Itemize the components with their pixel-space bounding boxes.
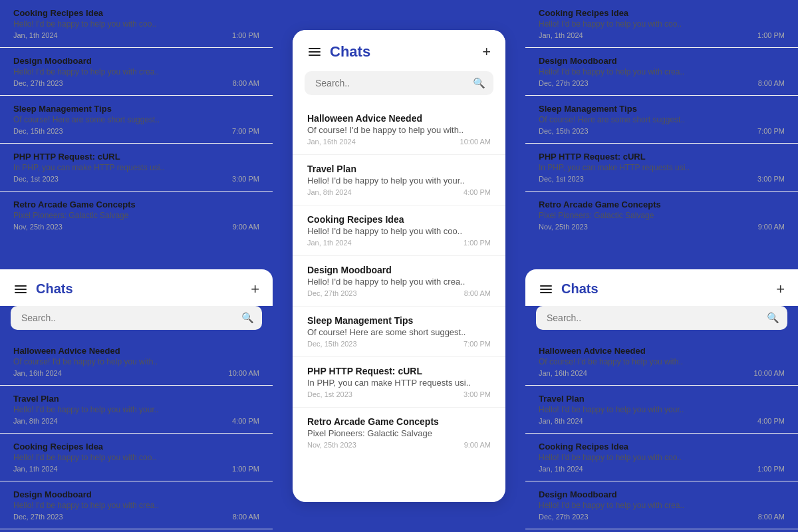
chat-item[interactable]: Sleep Management Tips Of course! Here ar… (293, 307, 505, 357)
chat-date: Dec, 27th 2023 (307, 289, 357, 297)
chat-date: Dec, 27th 2023 (539, 79, 589, 87)
chat-item[interactable]: Cooking Recipes Idea Hello! I'd be happy… (0, 0, 273, 48)
chat-preview: In PHP, you can make HTTP requests usi.. (13, 163, 259, 172)
chat-item[interactable]: Halloween Advice Needed Of course! I'd b… (293, 104, 505, 155)
chat-time: 8:00 AM (758, 79, 785, 87)
chat-name: Cooking Recipes Idea (13, 8, 103, 18)
chat-item[interactable]: Retro Arcade Game Concepts Pixel Pioneer… (525, 192, 798, 239)
panel-left-top: Cooking Recipes Idea Hello! I'd be happy… (0, 0, 273, 263)
chat-list-left-top: Cooking Recipes Idea Hello! I'd be happy… (0, 0, 273, 263)
chat-item[interactable]: Design Moodboard Hello! I'd be happy to … (525, 481, 798, 529)
menu-icon-center[interactable] (307, 47, 322, 57)
chat-date: Jan, 8th 2024 (539, 417, 583, 425)
chat-item[interactable]: Sleep Management Tips Of course! Here ar… (525, 96, 798, 144)
chat-time: 8:00 AM (464, 289, 491, 297)
chat-name: Sleep Management Tips (13, 104, 112, 114)
chat-date: Dec, 1st 2023 (13, 175, 59, 183)
menu-icon-lb[interactable] (13, 284, 28, 295)
menu-icon-rb[interactable] (539, 284, 553, 295)
chat-time: 10:00 AM (229, 369, 259, 377)
chat-preview: Pixel Pioneers: Galactic Salvage (13, 211, 259, 220)
chat-item[interactable]: PHP HTTP Request: cURL In PHP, you can m… (293, 357, 505, 408)
chat-date: Jan, 8th 2024 (307, 188, 352, 196)
add-btn-center[interactable]: + (482, 45, 491, 59)
chat-item[interactable]: Cooking Recipes Idea Hello! I'd be happy… (525, 0, 798, 48)
title-lb: Chats (36, 281, 73, 297)
chat-time: 8:00 AM (233, 79, 259, 87)
panel-center: Chats + 🔍 Halloween Advice Needed Of cou… (293, 30, 505, 502)
chat-item[interactable]: Retro Arcade Game Concepts Pixel Pioneer… (0, 192, 273, 239)
chat-name: Sleep Management Tips (539, 104, 637, 114)
chat-item[interactable]: Retro Arcade Game Concepts Pixel Pioneer… (293, 408, 505, 458)
chat-date: Nov, 25th 2023 (307, 441, 356, 449)
chat-item[interactable]: Design Moodboard Hello! I'd be happy to … (0, 48, 273, 96)
chat-date: Jan, 16th 2024 (539, 369, 587, 377)
chat-list-rb: Halloween Advice Needed Of course! I'd b… (525, 338, 798, 532)
chat-item[interactable]: Cooking Recipes Idea Hello! I'd be happy… (0, 434, 273, 481)
chat-time: 1:00 PM (464, 239, 491, 247)
chat-time: 9:00 AM (758, 223, 785, 231)
chat-date: Jan, 8th 2024 (13, 417, 58, 425)
chat-preview: Of course! I'd be happy to help you with… (13, 357, 259, 366)
chat-item[interactable]: PHP HTTP Request: cURL In PHP, you can m… (525, 144, 798, 192)
chat-preview: Of course! Here are some short suggest.. (539, 115, 785, 124)
chat-time: 9:00 AM (233, 223, 259, 231)
chat-item[interactable]: Sleep Management Tips Of course! Here ar… (0, 529, 273, 532)
header-center: Chats + (293, 30, 505, 71)
chat-time: 3:00 PM (757, 175, 785, 183)
chat-preview: Hello! I'd be happy to help you with coo… (307, 226, 491, 236)
chat-time: 3:00 PM (232, 175, 259, 183)
chat-preview: In PHP, you can make HTTP requests usi.. (307, 378, 491, 388)
chat-item[interactable]: Cooking Recipes Idea Hello! I'd be happy… (293, 205, 505, 256)
chat-item[interactable]: Design Moodboard Hello! I'd be happy to … (0, 481, 273, 529)
chat-item[interactable]: Halloween Advice Needed Of course! I'd b… (0, 338, 273, 386)
chat-list-rt: Cooking Recipes Idea Hello! I'd be happy… (525, 0, 798, 263)
chat-time: 4:00 PM (757, 417, 785, 425)
chat-date: Dec, 1st 2023 (307, 390, 352, 398)
chat-date: Jan, 1th 2024 (307, 239, 352, 247)
chat-item[interactable]: Halloween Advice Needed Of course! I'd b… (525, 338, 798, 386)
chat-name: Halloween Advice Needed (307, 113, 422, 124)
chat-item[interactable]: Travel Plan Hello! I'd be happy to help … (0, 386, 273, 434)
panel-left-bottom: Chats + 🔍 Halloween Advice Needed Of cou… (0, 269, 273, 532)
panel-right-bottom: Chats + 🔍 Halloween Advice Needed Of cou… (525, 269, 798, 532)
chat-time: 1:00 PM (757, 465, 785, 473)
chat-preview: Hello! I'd be happy to help you with cre… (13, 501, 259, 510)
chat-time: 8:00 AM (758, 513, 785, 521)
chat-item[interactable]: Sleep Management Tips Of course! Here ar… (0, 96, 273, 144)
chat-item[interactable]: Design Moodboard Hello! I'd be happy to … (525, 48, 798, 96)
chat-name: Travel Plan (13, 394, 59, 404)
add-btn-rb[interactable]: + (776, 282, 785, 297)
chat-date: Jan, 16th 2024 (307, 138, 356, 146)
chat-preview: Of course! Here are some short suggest.. (13, 115, 259, 124)
chat-time: 10:00 AM (460, 138, 491, 146)
chat-preview: Of course! I'd be happy to help you with… (307, 125, 491, 135)
chat-preview: Hello! I'd be happy to help you with cre… (539, 67, 785, 76)
chat-date: Nov, 25th 2023 (13, 223, 63, 231)
chat-item[interactable]: PHP HTTP Request: cURL In PHP, you can m… (0, 144, 273, 192)
chat-preview: Hello! I'd be happy to help you with cre… (13, 67, 259, 76)
search-input-lb[interactable] (11, 306, 262, 330)
chat-name: Cooking Recipes Idea (307, 214, 404, 225)
header-left-bottom: Chats + (0, 269, 273, 306)
chat-name: PHP HTTP Request: cURL (307, 366, 422, 376)
chat-preview: Hello! I'd be happy to help you with you… (539, 405, 785, 414)
add-btn-lb[interactable]: + (251, 282, 259, 297)
chat-item[interactable]: Travel Plan Hello! I'd be happy to help … (293, 155, 505, 205)
search-input-rb[interactable] (536, 306, 787, 330)
chat-date: Dec, 15th 2023 (13, 127, 63, 135)
chat-date: Dec, 27th 2023 (13, 513, 63, 521)
chat-item[interactable]: Design Moodboard Hello! I'd be happy to … (293, 256, 505, 307)
chat-name: Halloween Advice Needed (539, 346, 646, 356)
chat-item[interactable]: Sleep Management Tips Of course! Here ar… (525, 529, 798, 532)
chat-date: Dec, 15th 2023 (539, 127, 589, 135)
chat-item[interactable]: Cooking Recipes Idea Hello! I'd be happy… (525, 434, 798, 481)
search-input-center[interactable] (305, 71, 493, 95)
chat-item[interactable]: Travel Plan Hello! I'd be happy to help … (525, 386, 798, 434)
header-rb: Chats + (525, 269, 798, 306)
chat-date: Dec, 27th 2023 (13, 79, 63, 87)
chat-date: Jan, 1th 2024 (539, 465, 583, 473)
chat-preview: Hello! I'd be happy to help you with coo… (539, 19, 785, 29)
chat-time: 7:00 PM (232, 127, 259, 135)
chat-name: Design Moodboard (307, 265, 392, 275)
